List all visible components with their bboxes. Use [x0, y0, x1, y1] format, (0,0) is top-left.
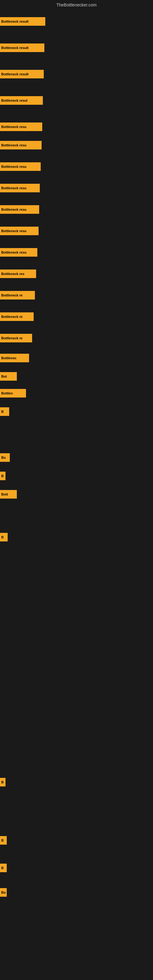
bottleneck-bar-11: Bottleneck resu — [0, 248, 37, 257]
bottleneck-bar-23: B — [0, 533, 8, 541]
bottleneck-bar-22: Bott — [0, 490, 17, 499]
bottleneck-bar-20: Bo — [0, 453, 10, 462]
site-title: TheBottlenecker.com — [0, 0, 153, 9]
bottleneck-bar-5: Bottleneck resu — [0, 123, 42, 131]
bottleneck-bar-26: B — [0, 864, 7, 872]
bottleneck-bar-14: Bottleneck re — [0, 312, 33, 321]
bottleneck-bar-25: B — [0, 836, 7, 845]
bottleneck-bar-7: Bottleneck resu — [0, 162, 41, 171]
bottleneck-bar-6: Bottleneck resu — [0, 141, 41, 150]
bottleneck-bar-16: Bottlenec — [0, 354, 29, 362]
bottleneck-bar-4: Bottleneck resul — [0, 96, 43, 105]
bottleneck-bar-3: Bottleneck result — [0, 70, 44, 78]
bottleneck-bar-24: B — [0, 778, 5, 786]
bottleneck-bar-2: Bottleneck result — [0, 43, 45, 52]
bottleneck-bar-21: B — [0, 472, 5, 480]
bottleneck-bar-10: Bottleneck resu — [0, 227, 38, 235]
bottleneck-bar-19: B — [0, 407, 9, 416]
bottleneck-bar-1: Bottleneck result — [0, 17, 45, 26]
bottleneck-bar-18: Bottlen — [0, 389, 26, 398]
bottleneck-bar-15: Bottleneck re — [0, 334, 32, 342]
bottleneck-bar-9: Bottleneck resu — [0, 205, 39, 214]
bottleneck-bar-12: Bottleneck res — [0, 269, 36, 278]
bottleneck-bar-8: Bottleneck resu — [0, 184, 40, 192]
bottleneck-bar-17: Bot — [0, 372, 17, 381]
bottleneck-bar-13: Bottleneck re — [0, 291, 35, 299]
bottleneck-bar-27: Bo — [0, 888, 7, 897]
